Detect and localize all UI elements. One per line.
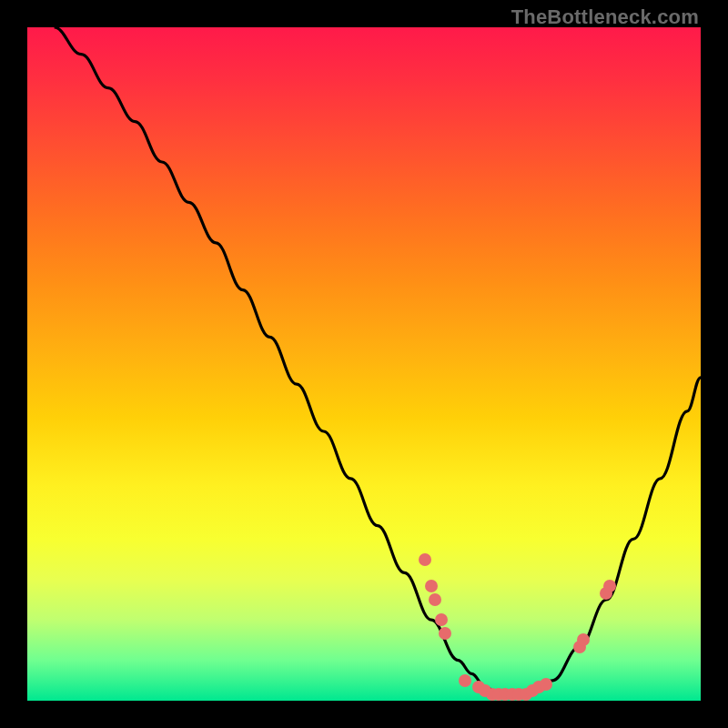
- watermark-text: TheBottleneck.com: [511, 5, 699, 29]
- data-point: [429, 593, 441, 606]
- data-point: [425, 580, 438, 592]
- data-point: [419, 553, 431, 566]
- data-point: [435, 613, 448, 626]
- data-point: [439, 627, 451, 640]
- data-point: [603, 580, 616, 592]
- data-point: [459, 674, 471, 687]
- data-point: [577, 633, 590, 646]
- data-point: [540, 678, 552, 691]
- plot-area: [27, 27, 701, 701]
